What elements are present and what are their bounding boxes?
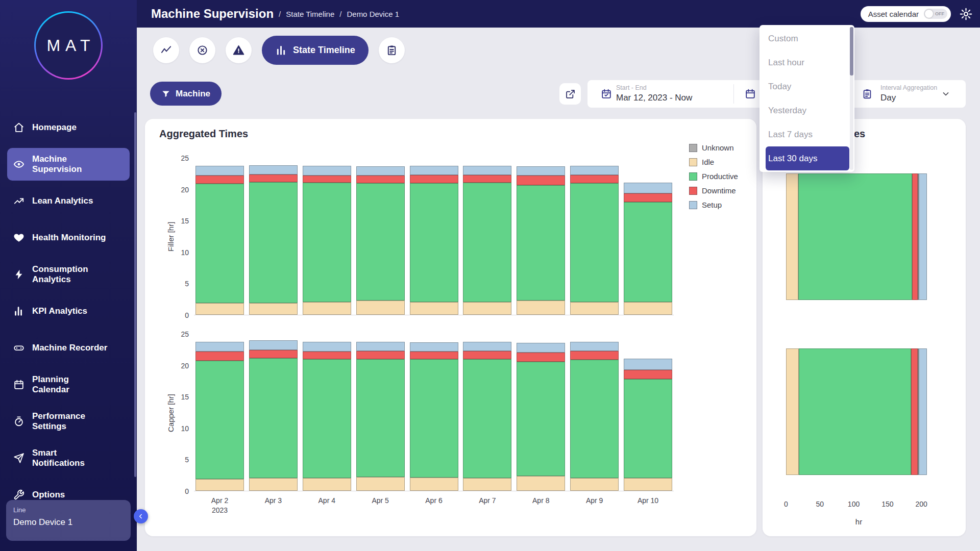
segment-idle xyxy=(410,302,458,315)
stacked-bar[interactable] xyxy=(570,158,619,315)
stacked-bar[interactable] xyxy=(517,334,565,491)
segment-idle xyxy=(570,302,619,315)
segment-downtime xyxy=(410,175,458,183)
tab-stop-causes[interactable] xyxy=(189,37,215,63)
segment-downtime xyxy=(911,348,918,475)
clipboard-icon xyxy=(386,44,398,56)
stacked-bar[interactable] xyxy=(249,158,298,315)
tab-state-timeline[interactable]: State Timeline xyxy=(262,36,369,65)
stacked-bar[interactable] xyxy=(517,158,565,315)
sidebar-item-planning-calendar[interactable]: Planning Calendar xyxy=(7,368,130,401)
stacked-bar[interactable] xyxy=(410,334,458,491)
sidebar-item-label: Performance Settings xyxy=(32,411,108,432)
sidebar-item-smart-notifications[interactable]: Smart Notifications xyxy=(7,442,130,474)
dropdown-option-last-hour[interactable]: Last hour xyxy=(760,51,854,74)
segment-setup xyxy=(249,165,298,174)
interval-aggregation-field[interactable]: Interval Aggregation Day xyxy=(880,84,937,103)
y-axis-ticks: 0510152025 xyxy=(174,334,192,491)
dropdown-option-last-7-days[interactable]: Last 7 days xyxy=(760,122,854,146)
x-tick-label: Apr 9 xyxy=(570,496,619,515)
stacked-bar-plot xyxy=(194,158,674,315)
stacked-bar[interactable] xyxy=(570,334,619,491)
segment-idle xyxy=(624,478,672,491)
chevron-down-icon[interactable] xyxy=(941,89,951,99)
segment-idle xyxy=(195,479,244,491)
segment-downtime xyxy=(517,176,565,185)
stacked-bar[interactable] xyxy=(624,334,672,491)
breadcrumb-item-device[interactable]: Demo Device 1 xyxy=(347,10,399,18)
stacked-bar[interactable] xyxy=(195,334,244,491)
sidebar-scrollbar[interactable] xyxy=(134,112,136,477)
device-selector[interactable]: Line Demo Device 1 xyxy=(6,500,131,541)
stacked-bar[interactable] xyxy=(463,158,511,315)
dropdown-scrollbar[interactable] xyxy=(850,27,853,170)
tab-trend[interactable] xyxy=(153,37,179,63)
sidebar-collapse-button[interactable] xyxy=(134,509,148,523)
total-bar-filler[interactable] xyxy=(786,173,932,300)
gauge-icon xyxy=(13,416,24,427)
legend-swatch xyxy=(689,172,697,181)
sidebar-item-homepage[interactable]: Homepage xyxy=(7,111,130,144)
y-tick: 15 xyxy=(181,217,189,225)
machine-filter-button[interactable]: Machine xyxy=(150,82,222,106)
sidebar-item-machine-supervision[interactable]: Machine Supervision xyxy=(7,148,130,181)
segment-idle xyxy=(249,478,298,491)
dropdown-option-yesterday[interactable]: Yesterday xyxy=(760,98,854,122)
stacked-bar[interactable] xyxy=(195,158,244,315)
date-range-field[interactable]: Start - End Mar 12, 2023 - Now xyxy=(616,84,692,103)
segment-productive xyxy=(410,359,458,478)
x-axis-ticks: 050100150200 xyxy=(786,500,932,510)
stacked-bar[interactable] xyxy=(303,334,351,491)
segment-downtime xyxy=(570,175,619,183)
sidebar-item-health-monitoring[interactable]: Health Monitoring xyxy=(7,221,130,254)
stacked-bar[interactable] xyxy=(249,334,298,491)
tab-label: State Timeline xyxy=(293,45,355,56)
sidebar-item-kpi-analytics[interactable]: KPI Analytics xyxy=(7,295,130,328)
y-tick: 20 xyxy=(181,186,189,194)
stacked-bar[interactable] xyxy=(356,158,405,315)
header-actions: Asset calendar OFF xyxy=(861,0,973,28)
stacked-bar[interactable] xyxy=(410,158,458,315)
kpi-bars-icon xyxy=(13,306,24,317)
breadcrumb-item-state-timeline[interactable]: State Timeline xyxy=(286,10,334,18)
switch-state-label: OFF xyxy=(935,11,944,16)
dropdown-option-custom[interactable]: Custom xyxy=(760,27,854,51)
legend-item-downtime: Downtime xyxy=(689,186,738,195)
open-in-new-icon xyxy=(565,89,576,99)
stacked-bar[interactable] xyxy=(463,334,511,491)
total-bar-capper[interactable] xyxy=(786,348,932,475)
segment-idle xyxy=(463,478,511,491)
sidebar-item-consumption-analytics[interactable]: Consumption Analytics xyxy=(7,258,130,291)
clipboard-icon[interactable] xyxy=(862,88,873,99)
eye-icon xyxy=(13,159,24,170)
dropdown-option-today[interactable]: Today xyxy=(760,74,854,98)
x-tick-label: Apr 10 xyxy=(624,496,672,515)
segment-productive xyxy=(517,185,565,300)
export-button[interactable] xyxy=(559,83,581,105)
asset-calendar-toggle[interactable]: Asset calendar OFF xyxy=(861,6,951,22)
segment-idle xyxy=(786,348,799,475)
calendar-check-icon[interactable] xyxy=(601,88,612,99)
sidebar-item-machine-recorder[interactable]: Machine Recorder xyxy=(7,332,130,364)
stacked-bar[interactable] xyxy=(303,158,351,315)
segment-setup xyxy=(919,173,927,300)
settings-gear-icon[interactable] xyxy=(959,7,973,21)
segment-productive xyxy=(624,379,672,478)
segment-setup xyxy=(570,342,619,351)
segment-productive xyxy=(798,173,912,300)
calendar-icon[interactable] xyxy=(745,88,756,99)
date-range-label: Start - End xyxy=(616,84,692,91)
dropdown-scrollbar-thumb[interactable] xyxy=(850,27,853,76)
dropdown-option-last-30-days[interactable]: Last 30 days xyxy=(766,146,849,170)
y-tick: 25 xyxy=(181,330,189,338)
segment-productive xyxy=(570,183,619,302)
segment-setup xyxy=(570,166,619,175)
tab-reports[interactable] xyxy=(379,37,405,63)
stacked-bar[interactable] xyxy=(624,158,672,315)
sidebar-item-performance-settings[interactable]: Performance Settings xyxy=(7,405,130,438)
sidebar-item-lean-analytics[interactable]: Lean Analytics xyxy=(7,185,130,217)
stacked-bar[interactable] xyxy=(356,334,405,491)
tab-alarms[interactable] xyxy=(226,37,252,63)
asset-calendar-switch[interactable]: OFF xyxy=(924,9,947,19)
app-logo[interactable]: MAT xyxy=(34,11,103,80)
